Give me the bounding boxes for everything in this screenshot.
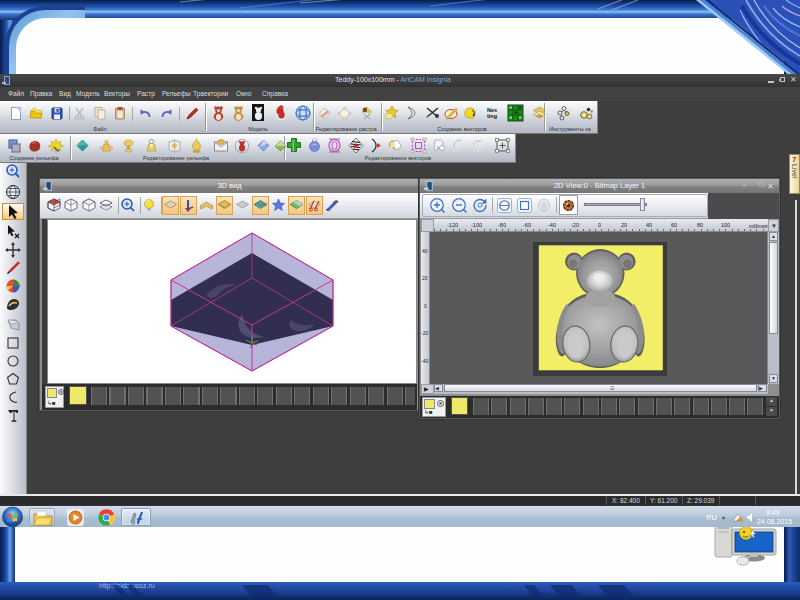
svg-text:ting: ting bbox=[487, 113, 497, 119]
